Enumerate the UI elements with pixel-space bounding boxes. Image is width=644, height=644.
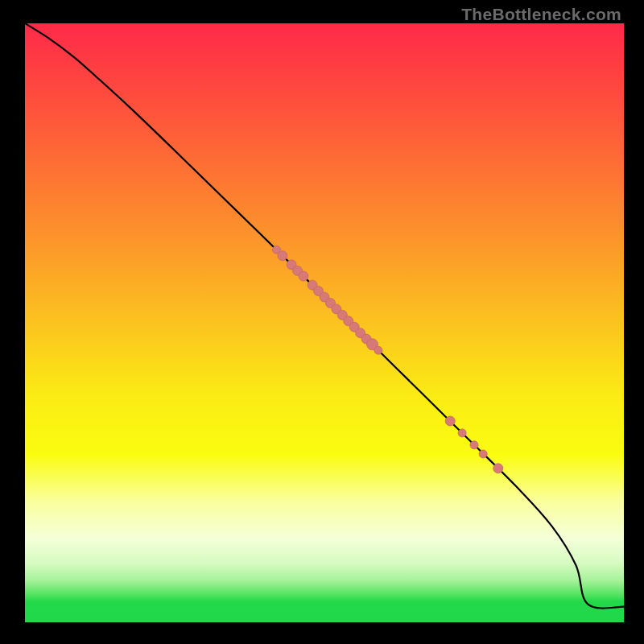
data-marker: [470, 441, 478, 449]
data-marker: [278, 251, 287, 261]
data-marker: [479, 450, 487, 458]
chart-stage: TheBottleneck.com: [0, 0, 644, 644]
gradient-background: [25, 23, 624, 622]
watermark-text: TheBottleneck.com: [461, 5, 621, 24]
plot-area: [25, 23, 624, 622]
data-marker: [458, 429, 466, 437]
chart-svg: [25, 23, 624, 622]
data-marker: [374, 346, 382, 354]
data-marker: [445, 416, 455, 426]
data-marker: [299, 271, 308, 281]
data-marker: [493, 464, 503, 473]
